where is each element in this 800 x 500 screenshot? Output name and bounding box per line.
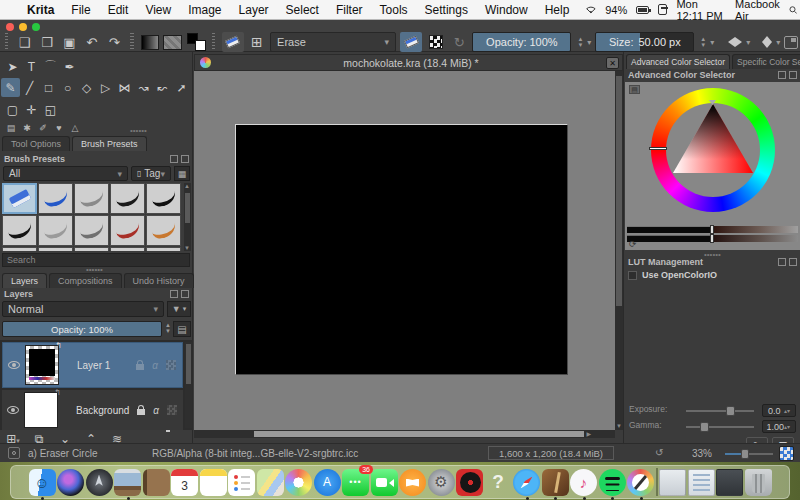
wifi-icon[interactable] bbox=[586, 4, 596, 15]
gamma-slider[interactable] bbox=[686, 426, 754, 428]
dock-ibooks[interactable] bbox=[399, 469, 426, 496]
dock-spotify[interactable] bbox=[599, 469, 626, 496]
toolbar-drag-handle[interactable] bbox=[212, 33, 215, 51]
tool-color-sampler[interactable]: ✐ bbox=[35, 121, 51, 135]
layer-lock-icon[interactable] bbox=[136, 364, 144, 370]
dock-minimized-window-3[interactable] bbox=[716, 469, 743, 496]
preset-filter-dropdown[interactable]: All▾ bbox=[3, 166, 128, 181]
menu-image[interactable]: Image bbox=[188, 3, 221, 17]
dock-minimized-window-2[interactable] bbox=[688, 469, 715, 496]
preserve-alpha-toggle[interactable] bbox=[426, 32, 446, 52]
tool-transform[interactable]: ▢ bbox=[3, 100, 22, 119]
toolbar-drag-handle[interactable] bbox=[130, 33, 133, 51]
tab-tool-options[interactable]: Tool Options bbox=[2, 136, 70, 151]
close-docker-icon[interactable] bbox=[789, 258, 797, 266]
layer-name[interactable]: Layer 1 bbox=[77, 360, 110, 371]
size-slider[interactable]: Size:50.00 px bbox=[595, 32, 694, 52]
layer-opacity-spinner[interactable]: ▲▼ bbox=[165, 322, 171, 334]
layer-inherit-alpha-icon[interactable] bbox=[167, 405, 177, 415]
brush-engine-dropdown[interactable]: Erase▾ bbox=[270, 32, 396, 52]
brush-preset-ink-details[interactable] bbox=[146, 183, 181, 214]
horizontal-scrollbar[interactable]: ▶ bbox=[194, 430, 615, 438]
layer-list-scrollbar[interactable] bbox=[185, 342, 192, 428]
save-button[interactable]: ▣ bbox=[60, 32, 78, 52]
float-docker-icon[interactable] bbox=[778, 258, 786, 266]
opacity-options-caret[interactable]: ▾ bbox=[587, 38, 591, 47]
close-docker-icon[interactable] bbox=[789, 71, 797, 79]
opacity-slider[interactable]: Opacity: 100% bbox=[472, 32, 571, 52]
dock-minimized-window-1[interactable] bbox=[659, 469, 686, 496]
docker-handle[interactable]: •••••• bbox=[130, 126, 147, 135]
tag-button[interactable]: ▯ Tag▾ bbox=[131, 166, 171, 181]
menu-krita[interactable]: Krita bbox=[27, 3, 54, 17]
mirror-vertical-caret[interactable]: ▾ bbox=[776, 38, 780, 47]
use-opencolorio-checkbox[interactable] bbox=[628, 271, 637, 280]
canvas-viewport[interactable] bbox=[194, 71, 615, 430]
dock-trash[interactable] bbox=[745, 469, 772, 496]
foreground-background-colors[interactable] bbox=[186, 32, 204, 52]
tab-specific-color-selector[interactable]: Specific Color Selector bbox=[732, 54, 800, 69]
tab-brush-presets[interactable]: Brush Presets bbox=[72, 136, 147, 151]
dock-garageband[interactable] bbox=[542, 469, 569, 496]
menu-layer[interactable]: Layer bbox=[239, 3, 269, 17]
tool-polyline[interactable]: ▷ bbox=[96, 78, 115, 97]
close-window-button[interactable] bbox=[6, 23, 14, 31]
blend-mode-dropdown[interactable]: Normal▾ bbox=[2, 301, 164, 317]
mirror-vertical-button[interactable] bbox=[762, 36, 772, 48]
brush-preset-pencil-soft[interactable] bbox=[38, 215, 73, 246]
float-docker-icon[interactable] bbox=[170, 155, 178, 163]
dock-app-store[interactable]: A bbox=[314, 469, 341, 496]
tool-polygon[interactable]: ◇ bbox=[77, 78, 96, 97]
brush-preset-pencil-black[interactable] bbox=[2, 215, 37, 246]
workspace-chooser-button[interactable] bbox=[784, 36, 798, 49]
tool-text[interactable]: T bbox=[22, 57, 41, 76]
tool-smart-patch[interactable]: ♥ bbox=[51, 121, 67, 135]
tool-crop[interactable]: ◱ bbox=[41, 100, 60, 119]
pattern-chooser[interactable] bbox=[163, 35, 182, 50]
input-menu-icon[interactable] bbox=[658, 4, 668, 15]
dock-messages[interactable]: ••• 36 bbox=[342, 469, 369, 496]
exposure-value[interactable]: 0.0▴▾ bbox=[762, 404, 796, 417]
erase-mode-toggle[interactable] bbox=[400, 32, 422, 52]
brush-preset-airbrush[interactable] bbox=[74, 183, 109, 214]
open-document-button[interactable]: ❒ bbox=[38, 32, 56, 52]
menu-edit[interactable]: Edit bbox=[108, 3, 129, 17]
dock-missing-app[interactable]: ? bbox=[485, 469, 512, 496]
close-docker-icon[interactable] bbox=[181, 290, 189, 298]
tool-multibrush[interactable]: ➚ bbox=[172, 78, 191, 97]
layer-filter-button[interactable]: ▼▾ bbox=[167, 301, 191, 317]
reload-preset-button[interactable]: ↻ bbox=[450, 32, 468, 52]
menu-clock[interactable]: Mon 12:11 PM bbox=[676, 0, 726, 22]
brush-grid-scrollbar[interactable]: ▲ ▼ bbox=[184, 183, 191, 251]
size-spinner[interactable]: ▲▼ bbox=[700, 36, 706, 48]
dock-photos[interactable] bbox=[285, 469, 312, 496]
reset-rotation-icon[interactable]: ↺ bbox=[655, 447, 663, 458]
dock-reminders[interactable] bbox=[228, 469, 255, 496]
dock-itunes[interactable]: ♪ bbox=[570, 469, 597, 496]
brush-preset-row3-2[interactable] bbox=[38, 247, 73, 251]
tool-assistants[interactable]: △ bbox=[67, 121, 83, 135]
tab-undo-history[interactable]: Undo History bbox=[124, 273, 194, 288]
mirror-horizontal-button[interactable] bbox=[728, 37, 742, 47]
hue-ring[interactable] bbox=[651, 88, 775, 212]
tool-rectangle[interactable]: □ bbox=[39, 78, 58, 97]
colorspace-label[interactable]: RGB/Alpha (8-bit integ...GB-elle-V2-srgb… bbox=[152, 448, 358, 459]
float-docker-icon[interactable] bbox=[778, 71, 786, 79]
menu-filter[interactable]: Filter bbox=[336, 3, 363, 17]
tool-pattern[interactable]: ✱ bbox=[19, 121, 35, 135]
document-titlebar[interactable]: mochokolate.kra (18.4 MiB) * ✕ bbox=[194, 54, 623, 71]
layer-row-layer1[interactable]: ↰ Layer 1 α bbox=[2, 342, 183, 388]
gamma-value[interactable]: 1.00▴▾ bbox=[762, 420, 796, 433]
canvas-image[interactable] bbox=[235, 124, 568, 375]
dock-siri[interactable] bbox=[57, 469, 84, 496]
dock-launchpad[interactable] bbox=[86, 469, 113, 496]
zoom-slider[interactable] bbox=[725, 453, 773, 455]
dock-facetime[interactable] bbox=[371, 469, 398, 496]
brush-preset-eraser[interactable] bbox=[2, 183, 37, 214]
dock-system-preferences[interactable]: ⚙ bbox=[428, 469, 455, 496]
selector-settings-icon[interactable]: ▤ bbox=[629, 85, 640, 94]
tool-select-shapes[interactable]: ➤ bbox=[3, 57, 22, 76]
gradient-chooser[interactable] bbox=[141, 35, 160, 50]
dock-contacts[interactable] bbox=[143, 469, 170, 496]
tool-gradient[interactable]: ▤ bbox=[3, 121, 19, 135]
